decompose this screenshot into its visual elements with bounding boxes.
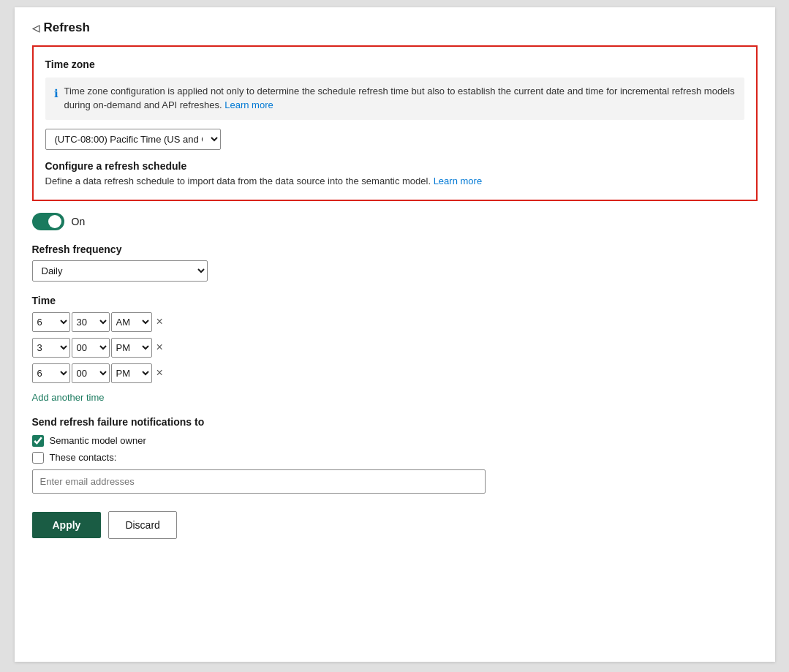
- time-row-3: 612345789101112 00153045 PMAM ×: [32, 363, 758, 383]
- main-container: ◁ Refresh Time zone ℹ Time zone configur…: [15, 7, 775, 662]
- apply-button[interactable]: Apply: [32, 512, 102, 538]
- timezone-select[interactable]: (UTC-08:00) Pacific Time (US and Can (UT…: [45, 129, 221, 150]
- frequency-label: Refresh frequency: [32, 243, 758, 255]
- time-1-ampm[interactable]: AMPM: [111, 312, 152, 332]
- timezone-config-section: Time zone ℹ Time zone configuration is a…: [32, 45, 758, 201]
- back-arrow-icon: ◁: [32, 23, 39, 34]
- timezone-info-box: ℹ Time zone configuration is applied not…: [45, 78, 744, 120]
- timezone-heading: Time zone: [45, 58, 744, 70]
- timezone-learn-more-link[interactable]: Learn more: [224, 99, 273, 110]
- timezone-info-text: Time zone configuration is applied not o…: [64, 85, 736, 113]
- notification-contacts-row: These contacts:: [32, 452, 758, 464]
- configure-schedule-heading: Configure a refresh schedule: [45, 160, 744, 172]
- notification-contacts-label: These contacts:: [50, 452, 117, 463]
- toggle-label: On: [72, 216, 86, 227]
- time-2-ampm[interactable]: PMAM: [111, 338, 152, 358]
- schedule-toggle[interactable]: [32, 213, 64, 230]
- page-title: ◁ Refresh: [32, 20, 758, 35]
- time-row-1: 612345789101112 30001545 AMPM ×: [32, 312, 758, 332]
- notifications-heading: Send refresh failure notifications to: [32, 416, 758, 428]
- time-label: Time: [32, 295, 758, 306]
- time-row-2: 312456789101112 00153045 PMAM ×: [32, 338, 758, 358]
- discard-button[interactable]: Discard: [108, 511, 176, 539]
- time-3-hour[interactable]: 612345789101112: [32, 363, 70, 383]
- toggle-thumb: [48, 215, 61, 228]
- time-1-minute[interactable]: 30001545: [72, 312, 110, 332]
- info-icon: ℹ: [54, 86, 58, 102]
- email-input[interactable]: [32, 469, 486, 494]
- notification-owner-checkbox[interactable]: [32, 435, 44, 447]
- time-3-ampm[interactable]: PMAM: [111, 363, 152, 383]
- time-1-hour[interactable]: 612345789101112: [32, 312, 70, 332]
- time-3-minute[interactable]: 00153045: [72, 363, 110, 383]
- time-1-remove-button[interactable]: ×: [154, 316, 166, 328]
- time-2-minute[interactable]: 00153045: [72, 338, 110, 358]
- notification-owner-row: Semantic model owner: [32, 435, 758, 447]
- schedule-toggle-row: On: [32, 213, 758, 230]
- button-row: Apply Discard: [32, 511, 758, 539]
- notification-contacts-checkbox[interactable]: [32, 452, 44, 464]
- time-2-hour[interactable]: 312456789101112: [32, 338, 70, 358]
- page-title-text: Refresh: [44, 20, 90, 35]
- notification-owner-label: Semantic model owner: [50, 435, 146, 446]
- time-2-remove-button[interactable]: ×: [154, 341, 166, 353]
- configure-schedule-desc: Define a data refresh schedule to import…: [45, 175, 744, 186]
- add-time-link[interactable]: Add another time: [32, 392, 105, 403]
- time-3-remove-button[interactable]: ×: [154, 367, 166, 379]
- frequency-select[interactable]: Daily Weekly: [32, 260, 208, 282]
- schedule-learn-more-link[interactable]: Learn more: [434, 175, 482, 186]
